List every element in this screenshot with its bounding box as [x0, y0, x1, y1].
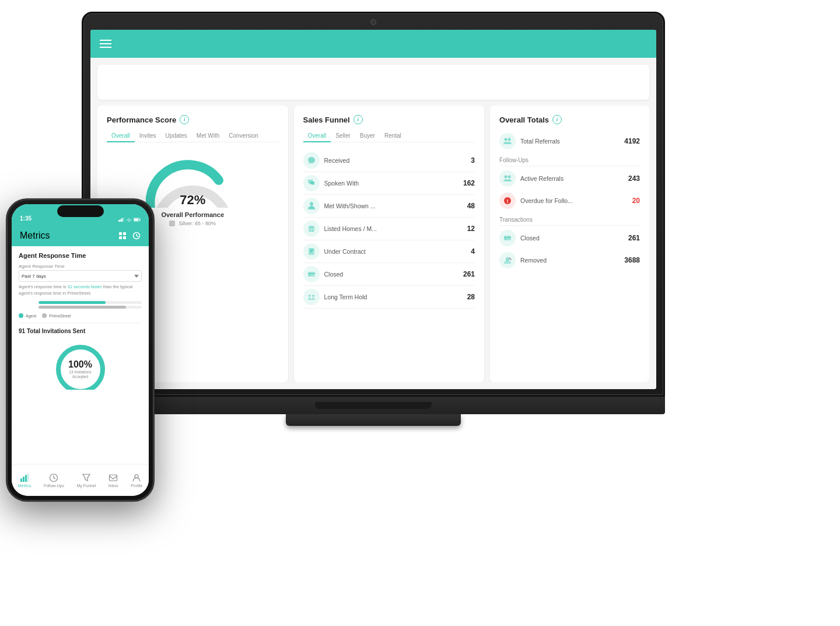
legend-row: Agent PrimeStreet: [19, 313, 142, 318]
svg-rect-31: [119, 236, 122, 239]
agent-response-title: Agent Response Time: [19, 252, 142, 259]
bottom-nav-followups-label: Follow-Ups: [44, 484, 64, 488]
phone-screen: 1:35 Metrics Agent Response Time Agent R…: [12, 204, 149, 496]
funnel-value-closed: 261: [463, 270, 475, 278]
listed-icon: [303, 221, 320, 237]
tab-invites[interactable]: Invites: [135, 130, 161, 142]
svg-rect-45: [110, 475, 117, 481]
phone-scrollable-content: Agent Response Time Agent Response Time …: [12, 246, 149, 464]
totals-value-closed: 261: [628, 234, 640, 242]
performance-info-icon[interactable]: i: [180, 115, 189, 124]
phone-nav-bar: Metrics: [12, 225, 149, 246]
svg-point-25: [128, 221, 130, 222]
legend-agent: Agent: [19, 313, 36, 318]
performance-title: Performance Score i: [107, 115, 279, 124]
app-header: [90, 30, 656, 58]
gauge-wrap: 72%: [146, 155, 239, 208]
svg-rect-38: [20, 478, 22, 482]
laptop-lid: Performance Score i Overall Invites Upda…: [82, 12, 665, 397]
legend-dot-primestreet: [42, 313, 47, 318]
phone-divider: [19, 323, 142, 323]
closed-totals-icon: [499, 230, 516, 246]
svg-rect-24: [123, 218, 124, 222]
app-content: Performance Score i Overall Invites Upda…: [90, 58, 656, 389]
funnel-row-met: Met With/Shown ... 48: [303, 195, 475, 218]
donut-pct: 100%: [66, 359, 95, 370]
total-referrals-icon: [499, 133, 516, 149]
tab-overall-perf[interactable]: Overall: [107, 130, 135, 142]
totals-value-overdue: 20: [632, 197, 640, 205]
bar-track-agent: [38, 301, 142, 304]
divider-1: [499, 166, 640, 166]
funnel-label-spoken: Spoken With: [324, 180, 463, 187]
donut-center: 100% 13 Invitations Accepted: [66, 359, 95, 380]
bottom-nav-followups[interactable]: Follow-Ups: [44, 473, 64, 488]
totals-row-active: Active Referrals 243: [499, 167, 640, 190]
bar-chart-area: [19, 301, 142, 309]
bar-row-agent: [19, 301, 142, 304]
totals-value-active: 243: [628, 174, 640, 183]
bottom-nav-inbox[interactable]: Inbox: [108, 473, 118, 488]
svg-rect-28: [134, 219, 138, 221]
spoken-icon: [303, 175, 320, 191]
laptop-base: [82, 397, 665, 414]
svg-point-14: [508, 176, 511, 179]
tab-seller[interactable]: Seller: [331, 130, 355, 142]
divider-2: [499, 225, 640, 226]
funnel-row-contract: Under Contract 4: [303, 240, 475, 263]
phone-body: Agent Response Time Agent Response Time …: [12, 246, 149, 390]
svg-line-44: [54, 478, 55, 479]
funnel-row-spoken: Spoken With 162: [303, 172, 475, 195]
removed-icon: [499, 252, 516, 268]
tab-conversion[interactable]: Conversion: [224, 130, 263, 142]
contract-icon: [303, 243, 320, 260]
funnel-value-contract: 4: [471, 247, 475, 256]
svg-rect-21: [118, 220, 120, 222]
gauge-sub: Silver: 65 - 80%: [169, 221, 216, 226]
svg-point-10: [312, 295, 314, 297]
time-filter-field[interactable]: Past 7 days: [19, 270, 142, 282]
totals-label-closed: Closed: [520, 235, 628, 242]
gauge-value: 72%: [180, 193, 205, 208]
totals-row-removed: Removed 3688: [499, 249, 640, 271]
svg-line-20: [509, 258, 511, 260]
svg-point-9: [309, 295, 311, 297]
hamburger-menu[interactable]: [100, 40, 111, 48]
sales-tabs: Overall Seller Buyer Rental: [303, 130, 475, 142]
bottom-nav-profile[interactable]: Profile: [131, 473, 142, 488]
svg-point-8: [309, 275, 310, 276]
received-icon: [303, 152, 320, 169]
tab-funnel-overall[interactable]: Overall: [303, 130, 331, 142]
svg-rect-23: [121, 218, 123, 222]
tab-rental[interactable]: Rental: [380, 130, 406, 142]
totals-label-overdue: Overdue for Follo...: [520, 197, 632, 204]
tab-buyer[interactable]: Buyer: [355, 130, 380, 142]
svg-rect-3: [309, 248, 314, 255]
tab-met-with[interactable]: Met With: [192, 130, 224, 142]
phone-device: 1:35 Metrics Agent Response Time Agent R…: [6, 198, 155, 502]
svg-point-13: [505, 176, 508, 179]
svg-rect-32: [123, 236, 126, 239]
legend-dot-agent: [19, 313, 23, 318]
bottom-nav-funnel[interactable]: My Funnel: [76, 473, 96, 488]
svg-point-18: [505, 239, 506, 240]
donut-sub: 13 Invitations Accepted: [66, 370, 95, 380]
svg-rect-29: [119, 232, 122, 235]
invites-total: 91 Total Invitations Sent: [19, 328, 142, 334]
svg-rect-39: [23, 477, 24, 482]
totals-label-total-referrals: Total Referrals: [520, 138, 624, 145]
bottom-nav-metrics[interactable]: Metrics: [18, 473, 32, 488]
gauge-sub-dot: [169, 221, 175, 226]
svg-text:!: !: [507, 198, 509, 204]
laptop-screen: Performance Score i Overall Invites Upda…: [90, 30, 656, 389]
bar-fill-agent: [38, 301, 106, 304]
bottom-nav-funnel-label: My Funnel: [76, 484, 96, 488]
tab-updates[interactable]: Updates: [161, 130, 192, 142]
closed-icon: [303, 266, 320, 282]
totals-info-icon[interactable]: i: [552, 115, 562, 124]
svg-rect-22: [120, 219, 121, 222]
funnel-label-listed: Listed Homes / M...: [324, 225, 467, 232]
overall-totals-panel: Overall Totals i Total Referrals 4192 Fo…: [490, 106, 649, 382]
svg-point-2: [312, 230, 313, 232]
sales-info-icon[interactable]: i: [354, 115, 363, 124]
